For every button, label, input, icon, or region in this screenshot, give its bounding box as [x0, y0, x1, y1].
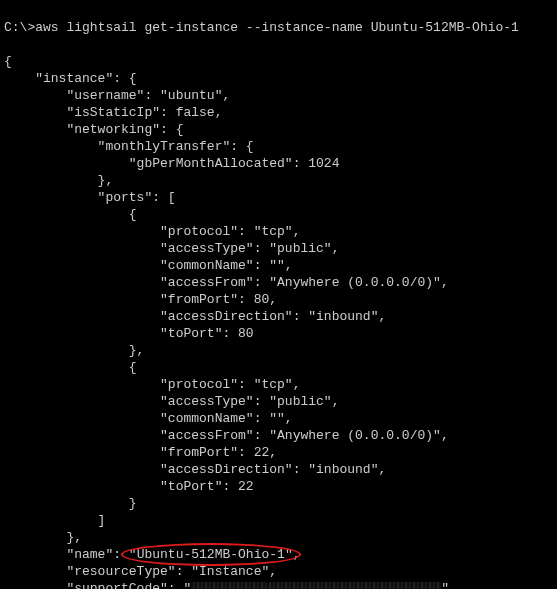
- command-text: aws lightsail get-instance --instance-na…: [35, 20, 519, 35]
- json-line: "ports": [: [4, 190, 176, 205]
- json-line: "protocol": "tcp",: [4, 377, 300, 392]
- value-gb-allocated: 1024: [308, 156, 339, 171]
- json-line: {: [4, 360, 137, 375]
- json-line: "commonName": "",: [4, 411, 293, 426]
- value-port1-fromPort: 22: [254, 445, 270, 460]
- json-line: {: [4, 207, 137, 222]
- obfuscated-supportcode: [191, 582, 441, 589]
- value-port1-accessType: public: [277, 394, 324, 409]
- json-line: "toPort": 80: [4, 326, 254, 341]
- json-brace-open: {: [4, 54, 12, 69]
- value-port0-protocol: tcp: [261, 224, 284, 239]
- json-line: "protocol": "tcp",: [4, 224, 300, 239]
- value-port0-accessDirection: inbound: [316, 309, 371, 324]
- value-port1-toPort: 22: [238, 479, 254, 494]
- json-line: "networking": {: [4, 122, 183, 137]
- json-line: "isStaticIp": false,: [4, 105, 222, 120]
- terminal-output: C:\>aws lightsail get-instance --instanc…: [0, 0, 557, 589]
- json-line: "gbPerMonthAllocated": 1024: [4, 156, 339, 171]
- json-line: ]: [4, 513, 105, 528]
- json-line: },: [4, 343, 144, 358]
- json-line: "monthlyTransfer": {: [4, 139, 254, 154]
- json-line: "accessFrom": "Anywhere (0.0.0.0/0)",: [4, 275, 449, 290]
- value-port1-accessFrom: Anywhere (0.0.0.0/0): [277, 428, 433, 443]
- json-line: "accessType": "public",: [4, 241, 339, 256]
- prompt: C:\>: [4, 20, 35, 35]
- json-line: "accessDirection": "inbound",: [4, 462, 386, 477]
- value-port0-fromPort: 80: [254, 292, 270, 307]
- json-line: "resourceType": "Instance",: [4, 564, 277, 579]
- json-line: },: [4, 173, 113, 188]
- json-line: "username": "ubuntu",: [4, 88, 230, 103]
- value-port0-accessType: public: [277, 241, 324, 256]
- json-line: "name": "Ubuntu-512MB-Ohio-1",: [4, 547, 301, 562]
- value-port0-toPort: 80: [238, 326, 254, 341]
- value-instance-name: Ubuntu-512MB-Ohio-1: [137, 547, 285, 562]
- value-port0-accessFrom: Anywhere (0.0.0.0/0): [277, 275, 433, 290]
- json-line: "accessType": "public",: [4, 394, 339, 409]
- value-isStaticIp: false: [176, 105, 215, 120]
- json-line: "accessFrom": "Anywhere (0.0.0.0/0)",: [4, 428, 449, 443]
- value-resourceType: Instance: [199, 564, 261, 579]
- json-line: "fromPort": 80,: [4, 292, 277, 307]
- json-line: "toPort": 22: [4, 479, 254, 494]
- json-line: "supportCode": "",: [4, 581, 457, 589]
- json-line: }: [4, 496, 137, 511]
- value-port1-protocol: tcp: [261, 377, 284, 392]
- json-line: "accessDirection": "inbound",: [4, 309, 386, 324]
- json-line: "commonName": "",: [4, 258, 293, 273]
- highlighted-name: "Ubuntu-512MB-Ohio-1": [129, 546, 293, 563]
- json-line: },: [4, 530, 82, 545]
- value-username: ubuntu: [168, 88, 215, 103]
- json-line: "instance": {: [4, 71, 137, 86]
- json-line: "fromPort": 22,: [4, 445, 277, 460]
- value-port1-accessDirection: inbound: [316, 462, 371, 477]
